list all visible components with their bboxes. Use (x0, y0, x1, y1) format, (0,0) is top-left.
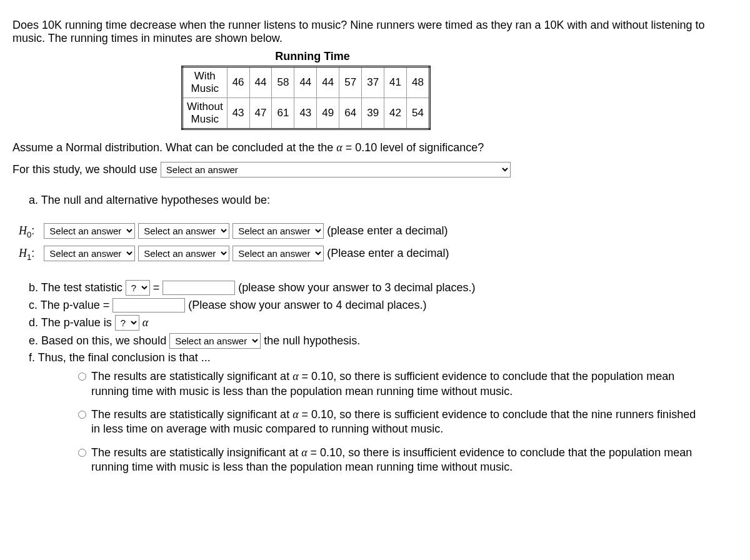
part-c-row: c. The p-value = (Please show your answe… (29, 298, 738, 312)
data-cell: 43 (294, 98, 317, 129)
alpha-symbol: α (336, 141, 342, 154)
table-row: WithMusic464458444457374148 (182, 67, 430, 98)
conclusion-text: The results are statistically significan… (91, 408, 700, 437)
running-time-table: WithMusic464458444457374148WithoutMusic4… (181, 66, 431, 130)
p-value-input[interactable] (112, 298, 185, 312)
data-cell: 44 (317, 67, 339, 98)
conclusion-radio[interactable] (78, 372, 86, 381)
h1-colon: : (31, 247, 34, 259)
part-d-row: d. The p-value is ? α (29, 315, 738, 331)
table-row: WithoutMusic434761434964394254 (182, 98, 430, 129)
h0-select-3[interactable]: Select an answer (232, 223, 324, 239)
conclusion-option: The results are statistically significan… (75, 369, 700, 399)
conclusion-radio[interactable] (78, 449, 86, 457)
intro-text: Does 10K running time decrease when the … (12, 19, 738, 45)
part-b-pre: b. The test statistic (29, 281, 126, 294)
data-cell: 48 (407, 67, 430, 98)
h1-letter: H (19, 247, 27, 259)
row-header: WithoutMusic (182, 98, 228, 129)
h0-letter: H (19, 224, 27, 237)
h0-select-2[interactable]: Select an answer (138, 223, 229, 239)
data-cell: 44 (294, 67, 317, 98)
part-b-tail: (please show your answer to 3 decimal pl… (238, 281, 475, 294)
data-cell: 39 (362, 98, 384, 129)
table-title: Running Time (169, 50, 456, 63)
assume-line: Assume a Normal distribution. What can b… (12, 141, 738, 154)
conclusion-option: The results are statistically insignific… (75, 446, 700, 475)
data-cell: 43 (227, 98, 249, 129)
h1-tail: (Please enter a decimal) (327, 247, 449, 259)
equals-sign: = (153, 281, 163, 294)
h1-select-1[interactable]: Select an answer (44, 246, 135, 261)
test-statistic-input[interactable] (162, 281, 235, 295)
h0-row: H0: Select an answer Select an answer Se… (12, 223, 738, 239)
data-cell: 58 (272, 67, 294, 98)
assume-post: = 0.10 level of significance? (342, 141, 484, 154)
h0-colon: : (31, 224, 34, 237)
test-statistic-select[interactable]: ? (126, 280, 150, 296)
part-d-pre: d. The p-value is (29, 316, 115, 329)
conclusion-radio[interactable] (78, 411, 86, 419)
data-cell: 41 (384, 67, 407, 98)
data-cell: 44 (249, 67, 272, 98)
study-type-select[interactable]: Select an answer (161, 162, 511, 178)
part-e-post: the null hypothesis. (264, 334, 360, 347)
part-c-tail: (Please show your answer to 4 decimal pl… (188, 299, 426, 311)
part-e-row: e. Based on this, we should Select an an… (29, 333, 738, 349)
data-cell: 54 (407, 98, 430, 129)
data-cell: 42 (384, 98, 407, 129)
alpha-symbol-d: α (142, 316, 148, 329)
row-header: WithMusic (182, 67, 228, 98)
p-value-compare-select[interactable]: ? (115, 315, 139, 331)
h0-select-1[interactable]: Select an answer (44, 223, 135, 239)
data-cell: 61 (272, 98, 294, 129)
conclusion-option: The results are statistically significan… (75, 408, 700, 437)
h1-select-3[interactable]: Select an answer (232, 246, 324, 261)
part-b-row: b. The test statistic ? = (please show y… (29, 280, 738, 296)
data-cell: 37 (362, 67, 384, 98)
data-cell: 46 (227, 67, 249, 98)
decision-select[interactable]: Select an answer (169, 333, 261, 349)
data-cell: 47 (249, 98, 272, 129)
data-cell: 57 (339, 67, 362, 98)
conclusion-text: The results are statistically insignific… (91, 446, 700, 475)
study-line: For this study, we should use Select an … (12, 162, 738, 178)
part-c-pre: c. The p-value = (29, 299, 112, 311)
h1-select-2[interactable]: Select an answer (138, 246, 229, 261)
study-text: For this study, we should use (12, 163, 161, 176)
part-e-pre: e. Based on this, we should (29, 334, 169, 347)
data-cell: 64 (339, 98, 362, 129)
h0-tail: (please enter a decimal) (327, 224, 448, 237)
part-f-label: f. Thus, the final conclusion is that ..… (29, 351, 738, 364)
part-a-label: a. The null and alternative hypotheses w… (29, 194, 738, 207)
assume-pre: Assume a Normal distribution. What can b… (12, 141, 336, 154)
data-cell: 49 (317, 98, 339, 129)
conclusion-text: The results are statistically significan… (91, 369, 700, 399)
h1-row: H1: Select an answer Select an answer Se… (12, 246, 738, 262)
